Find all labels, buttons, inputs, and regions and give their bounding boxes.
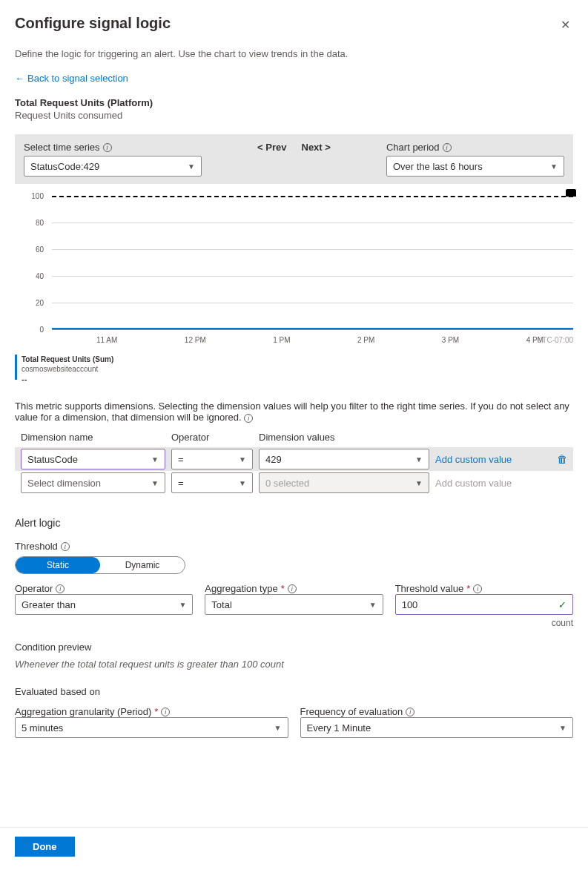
dimension-row: Select dimension ▼ = ▼ 0 selected ▼ Add … [15, 471, 573, 495]
threshold-dynamic-option[interactable]: Dynamic [100, 557, 185, 573]
arrow-left-icon: ← [15, 73, 24, 84]
threshold-marker-icon[interactable] [566, 189, 576, 197]
metric-chart: 100 80 60 40 20 0 11 AM 12 PM 1 PM 2 PM … [15, 196, 573, 352]
info-icon[interactable]: i [103, 143, 112, 152]
timezone-label: UTC-07:00 [537, 336, 573, 344]
page-title: Configure signal logic [15, 15, 171, 32]
threshold-label: Threshold [15, 541, 58, 552]
signal-name: Total Request Units (Platform) [15, 97, 573, 108]
chevron-down-icon: ▼ [415, 455, 423, 464]
page-subtitle: Define the logic for triggering an alert… [15, 48, 573, 59]
chevron-down-icon: ▼ [179, 601, 186, 609]
threshold-value-input[interactable]: 100 ✓ [395, 594, 573, 615]
chevron-down-icon: ▼ [415, 479, 423, 487]
condition-preview-text: Whenever the total total request units i… [15, 659, 573, 670]
info-icon[interactable]: i [443, 143, 452, 152]
dimension-operator-select[interactable]: = ▼ [171, 449, 253, 469]
chevron-down-icon: ▼ [274, 724, 282, 732]
done-button[interactable]: Done [15, 837, 75, 857]
threshold-unit: count [395, 618, 573, 628]
signal-description: Request Units consumed [15, 110, 573, 121]
dimension-operator-select[interactable]: = ▼ [171, 472, 253, 493]
info-icon[interactable]: i [473, 584, 482, 593]
granularity-select[interactable]: 5 minutes ▼ [15, 717, 288, 738]
dimension-name-select[interactable]: StatusCode ▼ [21, 449, 165, 469]
dimension-name-select[interactable]: Select dimension ▼ [21, 472, 165, 493]
chevron-down-icon: ▼ [239, 455, 246, 464]
check-icon: ✓ [558, 599, 566, 610]
threshold-line [52, 196, 573, 197]
chart-period-select[interactable]: Over the last 6 hours ▼ [386, 156, 564, 177]
info-icon[interactable]: i [288, 584, 297, 593]
data-series-line [52, 328, 573, 329]
chart-period-label: Chart period [386, 142, 440, 153]
evaluated-based-on-heading: Evaluated based on [15, 686, 573, 697]
time-series-select[interactable]: StatusCode:429 ▼ [24, 156, 202, 177]
threshold-value-label: Threshold value [395, 583, 464, 594]
add-custom-value-link: Add custom value [435, 478, 545, 489]
aggregation-type-select[interactable]: Total ▼ [205, 594, 383, 615]
operator-label: Operator [15, 583, 53, 594]
dimension-row: StatusCode ▼ = ▼ 429 ▼ Add custom value … [15, 447, 573, 471]
chevron-down-icon: ▼ [559, 724, 566, 732]
col-dimension-name: Dimension name [21, 432, 165, 443]
close-icon[interactable]: ✕ [558, 15, 573, 35]
dimension-values-select[interactable]: 429 ▼ [259, 449, 429, 469]
chevron-down-icon: ▼ [369, 601, 377, 609]
dimensions-help-text: This metric supports dimensions. Selecti… [15, 400, 569, 423]
delete-icon[interactable]: 🗑 [551, 453, 573, 465]
chart-legend: Total Request Units (Sum) cosmoswebsitea… [15, 355, 573, 384]
aggregation-type-label: Aggregation type [205, 583, 277, 594]
col-dimension-values: Dimension values [259, 432, 429, 443]
chevron-down-icon: ▼ [550, 162, 558, 171]
frequency-select[interactable]: Every 1 Minute ▼ [300, 717, 574, 738]
col-operator: Operator [171, 432, 253, 443]
time-series-label: Select time series [24, 142, 100, 153]
info-icon[interactable]: i [61, 542, 70, 551]
back-to-signal-link[interactable]: ← Back to signal selection [15, 73, 128, 84]
chevron-down-icon: ▼ [188, 162, 195, 171]
alert-logic-heading: Alert logic [15, 517, 573, 529]
chevron-down-icon: ▼ [239, 479, 246, 487]
condition-preview-heading: Condition preview [15, 642, 573, 653]
info-icon[interactable]: i [56, 584, 65, 593]
operator-select[interactable]: Greater than ▼ [15, 594, 193, 615]
add-custom-value-link[interactable]: Add custom value [435, 454, 545, 465]
chevron-down-icon: ▼ [151, 479, 159, 487]
threshold-toggle[interactable]: Static Dynamic [15, 556, 185, 574]
granularity-label: Aggregation granularity (Period) [15, 706, 151, 717]
threshold-static-option[interactable]: Static [16, 557, 100, 573]
dimension-values-select: 0 selected ▼ [259, 472, 429, 493]
info-icon[interactable]: i [406, 708, 414, 716]
info-icon[interactable]: i [244, 414, 253, 423]
frequency-label: Frequency of evaluation [300, 706, 403, 717]
info-icon[interactable]: i [161, 708, 170, 716]
prev-button[interactable]: < Prev [257, 142, 286, 153]
next-button[interactable]: Next > [302, 142, 331, 153]
chevron-down-icon: ▼ [151, 455, 159, 464]
